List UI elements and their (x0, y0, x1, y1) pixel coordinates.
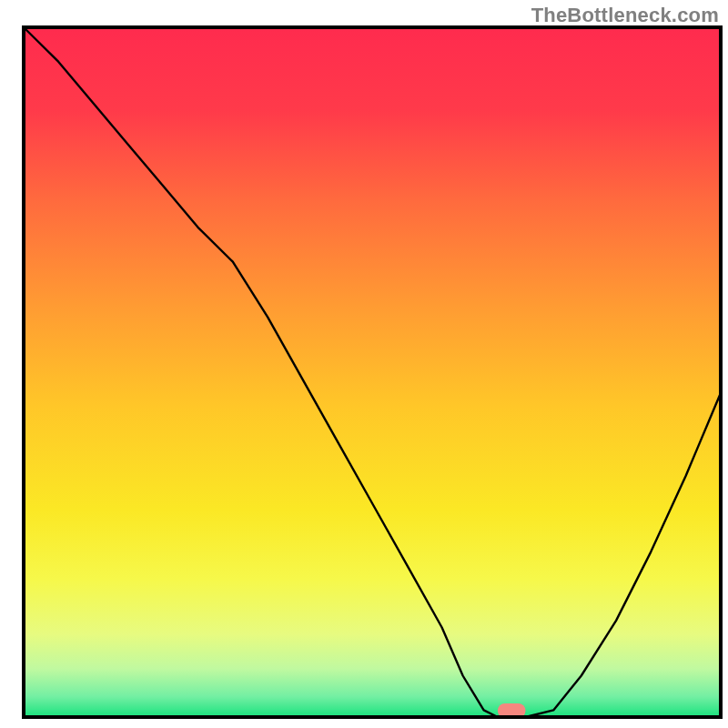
watermark-text: TheBottleneck.com (531, 4, 719, 27)
chart-container: TheBottleneck.com (0, 0, 728, 728)
gradient-background (24, 27, 721, 717)
bottleneck-chart (0, 0, 728, 728)
plot-area (24, 27, 721, 718)
